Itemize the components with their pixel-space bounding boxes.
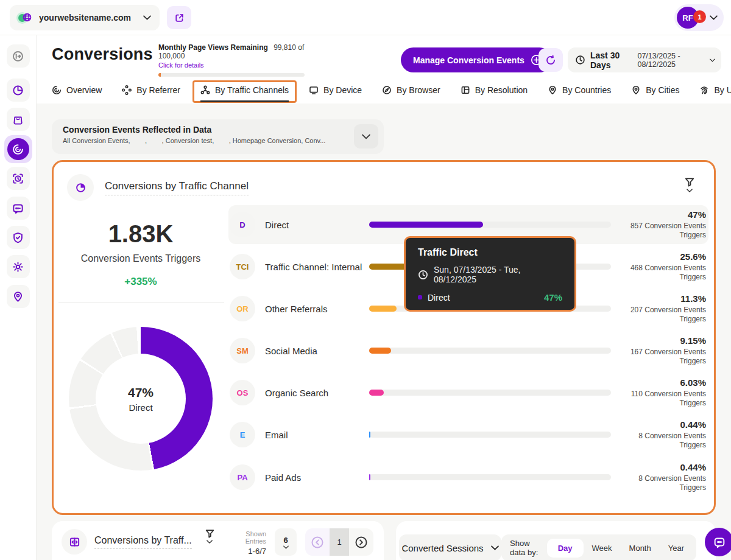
map-pin-icon xyxy=(631,85,641,95)
chevron-down-icon xyxy=(362,134,370,139)
page-size-selector[interactable]: 6 xyxy=(275,528,297,556)
sidebar-item-ecommerce[interactable] xyxy=(7,108,30,131)
open-website-button[interactable] xyxy=(167,6,191,29)
gear-icon xyxy=(12,261,24,273)
channel-values: 0.44% 8 Conversion Events Triggers xyxy=(638,419,706,450)
tooltip-date-range: Sun, 07/13/2025 - Tue, 08/12/2025 xyxy=(434,265,562,284)
sidebar-item-recordings[interactable] xyxy=(7,167,30,190)
sidebar-item-feedback[interactable] xyxy=(7,197,30,220)
channel-avatar: OS xyxy=(230,380,255,405)
channel-row-paid-ads[interactable]: PA Paid Ads 0.44% 8 Conversion Events Tr… xyxy=(228,458,708,497)
chevron-down-icon xyxy=(491,545,499,550)
refresh-icon xyxy=(545,55,556,66)
tab-by-utm-campaign[interactable]: By UTM Campaign xyxy=(699,85,731,95)
sidebar-item-locations[interactable] xyxy=(7,285,30,308)
period-year[interactable]: Year xyxy=(660,539,693,558)
channel-label: Traffic Channel: Internal xyxy=(265,262,362,272)
tooltip-title: Traffic Direct xyxy=(418,247,562,258)
manage-conversion-events-button[interactable]: Manage Conversion Events xyxy=(401,47,552,72)
collapse-icon xyxy=(12,51,24,62)
website-name: yourwebsitename.com xyxy=(39,13,131,23)
change-percent: +335% xyxy=(54,276,228,288)
conversions-radar-icon xyxy=(12,144,24,155)
metric-dropdown[interactable]: Converted Sessions xyxy=(399,534,501,560)
tab-by-traffic-channels[interactable]: By Traffic Channels xyxy=(200,85,289,95)
funnel-icon xyxy=(205,528,215,539)
period-month[interactable]: Month xyxy=(621,539,660,558)
events-filter-subtitle: All Conversion Events, , , Conversion te… xyxy=(63,137,373,144)
sidebar-item-dashboard[interactable] xyxy=(7,79,30,102)
sidebar xyxy=(0,35,37,560)
referrer-nodes-icon xyxy=(122,85,132,95)
bar-fill xyxy=(369,348,391,354)
donut-chart[interactable]: 47% Direct xyxy=(69,327,213,471)
previous-page-button[interactable] xyxy=(305,528,330,556)
channel-avatar: PA xyxy=(230,464,255,490)
card-filter-button[interactable] xyxy=(679,177,701,203)
tab-by-browser[interactable]: By Browser xyxy=(382,85,440,95)
bar-track xyxy=(369,390,611,396)
bar-fill xyxy=(369,432,370,438)
series-swatch xyxy=(418,295,422,299)
total-value: 1.83K xyxy=(54,220,228,248)
channel-values: 9.15% 167 Conversion Events Triggers xyxy=(630,335,706,366)
sidebar-collapse-button[interactable] xyxy=(7,44,30,68)
donut-center-percent: 47% xyxy=(128,385,154,400)
period-day[interactable]: Day xyxy=(547,539,584,558)
sidebar-item-settings[interactable] xyxy=(7,255,30,278)
date-range-picker[interactable]: Last 30 Days 07/13/2025 - 08/12/2025 xyxy=(568,47,721,72)
channel-values: 47% 857 Conversion Events Triggers xyxy=(630,209,706,240)
content-area: Conversion Events Reflected in Data All … xyxy=(37,103,731,560)
shield-check-icon xyxy=(12,232,24,243)
table-filter-button[interactable] xyxy=(200,528,219,555)
quota-details-link[interactable]: Click for details xyxy=(158,61,317,69)
channel-avatar: SM xyxy=(230,338,255,363)
conversion-events-filter: Conversion Events Reflected in Data All … xyxy=(52,119,384,154)
tab-by-referrer[interactable]: By Referrer xyxy=(122,85,180,95)
bar-track xyxy=(369,222,611,228)
quota-progress-fill xyxy=(158,73,161,77)
report-tabs: Overview By Referrer By Traffic Channels… xyxy=(52,80,731,100)
website-selector[interactable]: yourwebsitename.com xyxy=(10,5,160,30)
channel-row-email[interactable]: E Email 0.44% 8 Conversion Events Trigge… xyxy=(228,415,708,454)
compass-icon xyxy=(382,85,392,95)
channel-row-organic-search[interactable]: OS Organic Search 6.03% 110 Conversion E… xyxy=(228,373,708,412)
topbar: yourwebsitename.com RF 1 xyxy=(0,0,731,35)
account-menu[interactable]: RF 1 xyxy=(674,4,724,31)
card-icon-circle xyxy=(67,174,94,201)
date-range-label: Last 30 Days xyxy=(590,51,632,70)
sidebar-item-privacy[interactable] xyxy=(7,226,30,249)
events-filter-expand-button[interactable] xyxy=(354,124,378,149)
chat-bubble-icon xyxy=(713,536,726,549)
total-label: Conversion Events Triggers xyxy=(54,253,228,264)
map-pin-icon xyxy=(12,291,24,303)
channel-avatar: OR xyxy=(230,296,255,321)
tab-by-cities[interactable]: By Cities xyxy=(631,85,679,95)
bar-fill xyxy=(369,390,384,396)
channel-label: Organic Search xyxy=(265,388,328,398)
sidebar-item-conversions[interactable] xyxy=(4,135,32,163)
website-globe-icon xyxy=(18,11,33,24)
next-page-button[interactable] xyxy=(349,528,373,556)
support-chat-button[interactable] xyxy=(705,528,731,556)
events-filter-title: Conversion Events Reflected in Data xyxy=(63,125,373,135)
chevron-down-icon xyxy=(283,545,289,549)
overview-icon xyxy=(52,85,62,95)
tooltip-series-name: Direct xyxy=(428,293,450,303)
channel-label: Social Media xyxy=(265,346,317,356)
date-range-value: 07/13/2025 - 08/12/2025 xyxy=(637,52,705,69)
refresh-button[interactable] xyxy=(539,48,563,72)
tab-by-countries[interactable]: By Countries xyxy=(548,85,611,95)
conversions-table-card: Conversions by Traff... Shown Entries 1-… xyxy=(52,521,384,560)
show-data-by-group: Show data by: Day Week Month Year xyxy=(501,534,696,560)
period-week[interactable]: Week xyxy=(584,539,621,558)
tab-overview[interactable]: Overview xyxy=(52,85,102,95)
table-title: Conversions by Traff... xyxy=(94,535,192,549)
channel-label: Direct xyxy=(265,220,289,230)
tab-by-device[interactable]: By Device xyxy=(309,85,362,95)
channel-row-social-media[interactable]: SM Social Media 9.15% 167 Conversion Eve… xyxy=(228,331,708,370)
channel-avatar: E xyxy=(230,422,255,447)
clock-icon xyxy=(575,55,585,65)
channel-values: 25.6% 468 Conversion Events Triggers xyxy=(630,251,706,282)
tab-by-resolution[interactable]: By Resolution xyxy=(461,85,528,95)
